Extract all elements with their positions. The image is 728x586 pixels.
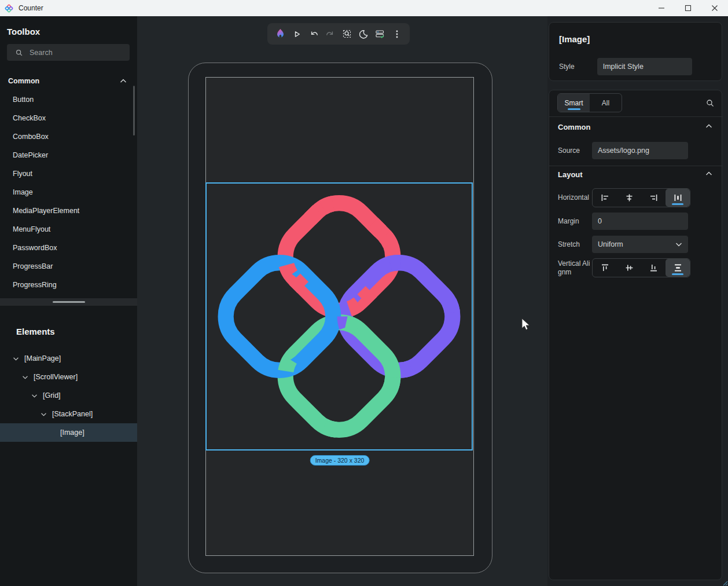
redo-icon[interactable]: [323, 27, 337, 41]
image-selection-box[interactable]: [205, 182, 473, 451]
align-left-icon: [600, 193, 610, 203]
app-window: Counter Toolbox Commo: [0, 0, 728, 586]
toolbox-item-list: Button CheckBox ComboBox DatePicker Flyo…: [0, 90, 137, 294]
panel-splitter[interactable]: [0, 298, 137, 306]
toolbox-section-common[interactable]: Common: [0, 73, 137, 89]
toolbox-search-input[interactable]: [30, 49, 116, 57]
elements-tree: [MainPage] [ScrollViewer] [Grid] [StackP…: [0, 349, 137, 442]
minimize-button[interactable]: [648, 0, 675, 16]
align-center-horizontal-button[interactable]: [617, 189, 641, 207]
chevron-up-icon[interactable]: [705, 124, 712, 129]
app-logo-icon: [5, 4, 13, 13]
align-left-button[interactable]: [593, 189, 617, 207]
chevron-down-icon: [675, 242, 682, 247]
align-right-button[interactable]: [641, 189, 666, 207]
selected-indicator: [672, 273, 683, 275]
window-title: Counter: [19, 4, 43, 12]
mouse-cursor: [520, 317, 532, 331]
tree-item-stackpanel[interactable]: [StackPanel]: [0, 405, 137, 423]
close-button[interactable]: [701, 0, 728, 16]
play-icon[interactable]: [290, 27, 304, 41]
device-frame: Image - 320 x 320: [188, 63, 492, 573]
theme-moon-icon[interactable]: [356, 27, 370, 41]
toolbox-scrollbar-thumb[interactable]: [133, 86, 135, 135]
margin-row: Margin 0: [558, 213, 714, 230]
tree-item-image-selected[interactable]: [Image]: [0, 423, 137, 442]
splitter-grip-icon: [53, 301, 85, 303]
toolbox-item-progressbar[interactable]: ProgressBar: [0, 257, 137, 276]
stretch-label: Stretch: [558, 240, 592, 249]
device-screen[interactable]: Image - 320 x 320: [205, 77, 474, 556]
align-bottom-icon: [649, 263, 659, 273]
align-top-button[interactable]: [593, 259, 617, 277]
vertical-alignment-control: [592, 258, 690, 277]
toolbox-item-combobox[interactable]: ComboBox: [0, 127, 137, 146]
toolbox-item-flyout[interactable]: Flyout: [0, 164, 137, 183]
canvas-toolbar: [267, 23, 410, 45]
style-field[interactable]: Implicit Style: [597, 58, 692, 75]
toolbox-item-mediaplayerelement[interactable]: MediaPlayerElement: [0, 202, 137, 220]
selected-element-title: [Image]: [559, 34, 590, 44]
align-center-vertical-icon: [624, 263, 634, 273]
stretch-horizontal-button[interactable]: [666, 189, 690, 207]
tab-all[interactable]: All: [590, 94, 622, 112]
align-bottom-button[interactable]: [641, 259, 666, 277]
source-row: Source Assets/logo.png: [558, 142, 714, 159]
properties-search-icon[interactable]: [705, 98, 715, 108]
toolbox-panel: Toolbox Common Button CheckBox ComboBox …: [0, 16, 137, 298]
chevron-down-icon[interactable]: [13, 357, 19, 361]
source-field[interactable]: Assets/logo.png: [592, 142, 688, 159]
align-top-icon: [600, 263, 610, 273]
horizontal-alignment-row: Horizontal: [558, 188, 714, 207]
selected-element-card: [Image] Style Implicit Style: [549, 22, 722, 81]
tree-item-grid[interactable]: [Grid]: [0, 386, 137, 405]
toolbox-item-passwordbox[interactable]: PasswordBox: [0, 239, 137, 257]
hot-reload-flame-icon[interactable]: [273, 27, 287, 41]
selection-size-badge: Image - 320 x 320: [310, 455, 370, 466]
stretch-horizontal-icon: [673, 193, 683, 203]
chevron-up-icon[interactable]: [705, 171, 712, 176]
stretch-dropdown[interactable]: Uniform: [592, 236, 688, 253]
resize-grip-icon[interactable]: [721, 579, 728, 586]
elements-panel: Elements [MainPage] [ScrollViewer] [Grid…: [0, 306, 137, 586]
zoom-selection-icon[interactable]: [340, 27, 354, 41]
maximize-button[interactable]: [675, 0, 701, 16]
selected-indicator: [672, 203, 683, 205]
vertical-alignment-row: Vertical Alignm: [558, 258, 714, 277]
tab-smart[interactable]: Smart: [558, 94, 590, 112]
stretch-vertical-button[interactable]: [666, 259, 690, 277]
toolbox-item-image[interactable]: Image: [0, 183, 137, 202]
tree-item-mainpage[interactable]: [MainPage]: [0, 349, 137, 368]
design-canvas[interactable]: Image - 320 x 320: [137, 16, 547, 586]
toolbox-item-progressring[interactable]: ProgressRing: [0, 276, 137, 294]
elements-title: Elements: [16, 327, 55, 336]
chevron-down-icon[interactable]: [22, 375, 28, 379]
align-center-vertical-button[interactable]: [617, 259, 641, 277]
style-label: Style: [559, 63, 575, 71]
undo-icon[interactable]: [307, 27, 321, 41]
toolbox-item-menuflyout[interactable]: MenuFlyout: [0, 220, 137, 239]
margin-label: Margin: [558, 217, 592, 226]
stretch-vertical-icon: [673, 263, 683, 273]
source-label: Source: [558, 146, 592, 155]
layout-section-header[interactable]: Layout: [558, 170, 583, 179]
margin-field[interactable]: 0: [592, 213, 688, 230]
search-icon: [15, 49, 23, 57]
properties-card: Smart All Common Source: [549, 90, 722, 580]
toolbox-item-checkbox[interactable]: CheckBox: [0, 109, 137, 127]
toolbox-item-button[interactable]: Button: [0, 90, 137, 109]
horizontal-alignment-control: [592, 188, 690, 207]
stretch-row: Stretch Uniform: [558, 236, 714, 253]
tree-item-scrollviewer[interactable]: [ScrollViewer]: [0, 368, 137, 386]
more-options-icon[interactable]: [390, 27, 404, 41]
toolbox-item-datepicker[interactable]: DatePicker: [0, 146, 137, 164]
chevron-down-icon[interactable]: [41, 412, 47, 416]
align-center-horizontal-icon: [624, 193, 634, 203]
design-checklist-icon[interactable]: [373, 27, 387, 41]
toolbox-title: Toolbox: [7, 27, 40, 36]
common-section-header[interactable]: Common: [558, 123, 590, 131]
chevron-down-icon[interactable]: [31, 394, 38, 398]
toolbox-search[interactable]: [7, 44, 130, 61]
left-sidebar: Toolbox Common Button CheckBox ComboBox …: [0, 16, 137, 586]
horizontal-alignment-label: Horizontal: [558, 193, 592, 202]
